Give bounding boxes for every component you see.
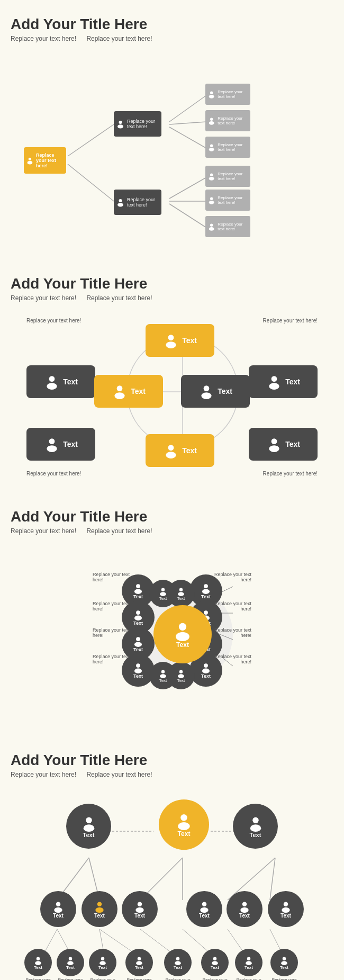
person-icon [172, 620, 193, 641]
person-icon [163, 332, 179, 348]
bot-node-1: Text [24, 949, 52, 976]
svg-line-4 [169, 127, 206, 148]
section-1: Add Your Title Here Replace your text he… [0, 0, 344, 259]
person-icon [44, 436, 60, 452]
person-icon [200, 662, 212, 673]
svg-point-77 [160, 674, 166, 678]
r-label-4: Replace your text here! [218, 172, 248, 181]
bot-node-5: Text [164, 949, 192, 976]
svg-point-72 [161, 588, 165, 591]
mid-node-1: Text [40, 891, 76, 927]
svg-point-39 [49, 438, 55, 444]
svg-point-126 [247, 957, 250, 960]
mid-node-4: Text [186, 891, 222, 927]
top-node-right: Text [233, 804, 278, 849]
svg-point-33 [271, 376, 277, 382]
title-2: Add Your Title Here [11, 275, 333, 292]
l1-bottom-node: Replace your text here! [114, 190, 161, 215]
l1-bottom-label: Replace your text here! [127, 197, 159, 208]
svg-point-114 [37, 957, 40, 960]
node-left: Text [26, 365, 95, 398]
title-3: Add Your Title Here [11, 508, 333, 525]
svg-point-59 [134, 616, 142, 621]
person-icon [266, 374, 282, 390]
person-icon [207, 115, 215, 127]
svg-line-1 [68, 164, 114, 201]
inner-node-tl-label: Text [159, 596, 167, 601]
r-node-3: Replace your text here! [205, 137, 250, 158]
person-icon [132, 635, 144, 647]
person-icon [132, 582, 144, 594]
node-bottom-center: Text [146, 434, 214, 467]
person-icon [207, 141, 215, 153]
person-icon [279, 956, 289, 965]
r-label-5: Replace your text here! [218, 195, 248, 205]
bot-node-7-wrap: Text Replace your text here! [233, 949, 265, 980]
person-icon [116, 195, 125, 209]
svg-point-32 [47, 383, 57, 390]
mid-node-6: Text [268, 891, 304, 927]
person-icon [80, 815, 97, 832]
top-left-label: Text [83, 832, 95, 838]
svg-point-17 [209, 121, 214, 125]
r-label-1: Replace your text here! [218, 89, 248, 99]
person-icon [52, 900, 65, 913]
circle-layout-diagram: Replace your text here! Replace your tex… [11, 312, 333, 482]
svg-point-12 [119, 199, 122, 202]
person-icon [44, 374, 60, 390]
svg-point-54 [179, 623, 186, 631]
person-icon [134, 956, 144, 965]
svg-point-100 [252, 817, 258, 823]
subtitle-2: Replace your text here! Replace your tex… [11, 294, 333, 302]
subtitle-4: Replace your text here! Replace your tex… [11, 771, 333, 778]
l-node-2-label: Text [133, 621, 143, 626]
svg-point-23 [209, 201, 214, 204]
inner-node-br: Text [167, 662, 195, 689]
node-bottom-center-label: Text [182, 446, 197, 455]
person-icon [207, 88, 215, 100]
svg-point-111 [240, 907, 248, 912]
svg-point-55 [176, 632, 189, 641]
subtitle-1: Replace your text here! Replace your tex… [11, 35, 333, 42]
node-left-label: Text [63, 377, 78, 386]
l-node-4-label: Text [133, 673, 143, 679]
node-center-right-label: Text [218, 387, 232, 395]
mid-node-3: Text [122, 891, 158, 927]
svg-point-42 [166, 452, 176, 458]
person-icon [210, 956, 220, 965]
person-icon [279, 900, 292, 913]
inner-node-br-label: Text [177, 678, 185, 683]
bot-node-8: Text [270, 949, 298, 976]
svg-line-0 [68, 124, 114, 156]
person-icon [132, 609, 144, 621]
svg-point-64 [204, 584, 208, 588]
svg-point-97 [83, 824, 94, 832]
svg-point-63 [134, 669, 142, 673]
person-icon [247, 815, 264, 832]
side-label-l1: Replace your text here! [93, 572, 130, 582]
subtitle-3: Replace your text here! Replace your tex… [11, 527, 333, 535]
svg-point-96 [86, 817, 92, 823]
bot-node-2-wrap: Text Replace your text here! [55, 949, 86, 980]
l1-top-node: Replace your text here! [114, 111, 161, 137]
svg-point-105 [95, 907, 103, 912]
l-node-3-label: Text [133, 647, 143, 652]
svg-point-122 [176, 957, 179, 960]
svg-point-79 [178, 674, 184, 678]
node-right-label: Text [285, 377, 300, 386]
node-top: Text [146, 324, 214, 357]
top-right-label: Text [250, 832, 261, 838]
label-tr: Replace your text here! [263, 318, 318, 323]
svg-point-62 [136, 663, 140, 668]
r-node-2: Replace your text here! [205, 110, 250, 131]
person-icon [133, 900, 146, 913]
svg-point-16 [210, 118, 213, 121]
svg-point-37 [204, 385, 210, 391]
mid-node-5: Text [227, 891, 262, 927]
mid-node-6-label: Text [280, 913, 291, 919]
svg-point-121 [136, 961, 142, 965]
person-icon [175, 812, 193, 830]
svg-point-118 [101, 957, 104, 960]
bottom-tree-diagram: Text Text Text Text [11, 789, 333, 980]
top-center-label: Text [178, 830, 191, 838]
